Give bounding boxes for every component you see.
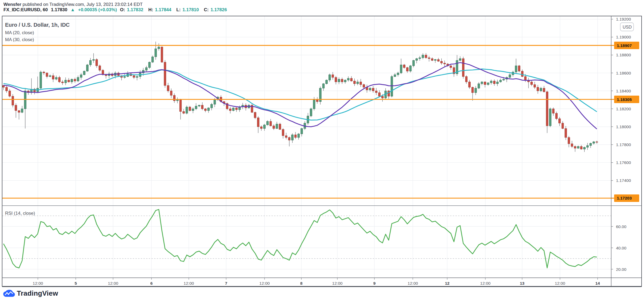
price-axis-label[interactable]: 1.18400	[616, 89, 631, 93]
rsi-axis[interactable]: 60.0040.0020.00	[611, 224, 626, 272]
price-axis-label[interactable]: 1.18200	[616, 107, 631, 111]
time-axis-day-label[interactable]: 13	[520, 281, 525, 286]
time-axis-day-label[interactable]: 6	[150, 281, 153, 286]
price-axis-label[interactable]: 1.17600	[616, 160, 631, 165]
time-axis-label[interactable]: 12:00	[184, 281, 194, 286]
rsi-axis-label[interactable]: 40.00	[616, 246, 626, 250]
price-axis-label[interactable]: 1.18800	[616, 53, 631, 57]
chart-title: Euro / U.S. Dollar, 1h, IDC	[5, 22, 70, 28]
price-axis-label[interactable]: 1.17800	[616, 142, 631, 147]
time-axis[interactable]: 12:00512:00612:00712:00812:00912:001212:…	[33, 278, 600, 286]
price-level-value: 1.17203	[617, 196, 632, 200]
currency-label: USD	[623, 25, 632, 29]
time-axis-label[interactable]: 12:00	[259, 281, 270, 286]
tradingview-published-chart: { "header": { "publisher": "Wensfer", "p…	[0, 0, 644, 301]
legend-ma30[interactable]: MA (30, close)	[5, 37, 34, 42]
price-level-value: 1.18305	[617, 97, 632, 102]
time-axis-day-label[interactable]: 14	[595, 281, 600, 286]
rsi-axis-label[interactable]: 20.00	[616, 267, 626, 272]
tradingview-logo-text: TradingView	[17, 289, 58, 298]
price-axis-label[interactable]: 1.19000	[616, 35, 631, 39]
price-axis-label[interactable]: 1.19200	[616, 17, 631, 21]
legend-ma20[interactable]: MA (20, close)	[5, 30, 34, 36]
price-axis-label[interactable]: 1.18000	[616, 124, 631, 129]
chart-canvas[interactable]: 1.189071.183051.172031.192001.190001.188…	[0, 0, 644, 301]
rsi-axis-label[interactable]: 60.00	[616, 224, 626, 229]
tradingview-cloud-icon	[3, 290, 15, 298]
legend-rsi[interactable]: RSI (14, close)	[5, 211, 35, 216]
time-axis-day-label[interactable]: 9	[373, 281, 376, 286]
time-axis-label[interactable]: 12:00	[33, 281, 43, 286]
time-axis-label[interactable]: 12:00	[108, 281, 118, 286]
time-axis-label[interactable]: 12:00	[332, 281, 343, 286]
time-axis-day-label[interactable]: 5	[75, 281, 77, 286]
time-axis-day-label[interactable]: 7	[225, 281, 227, 286]
price-axis-label[interactable]: 1.17400	[616, 178, 631, 183]
price-level-value: 1.18907	[617, 43, 632, 48]
time-axis-day-label[interactable]: 8	[300, 281, 303, 286]
time-axis-day-label[interactable]: 12	[445, 281, 449, 286]
plot-area[interactable]	[2, 16, 611, 278]
time-axis-label[interactable]: 12:00	[480, 281, 491, 286]
tradingview-logo[interactable]: TradingView	[3, 289, 58, 298]
price-axis-label[interactable]: 1.18600	[616, 71, 631, 75]
time-axis-label[interactable]: 12:00	[555, 281, 565, 286]
time-axis-label[interactable]: 12:00	[408, 281, 418, 286]
